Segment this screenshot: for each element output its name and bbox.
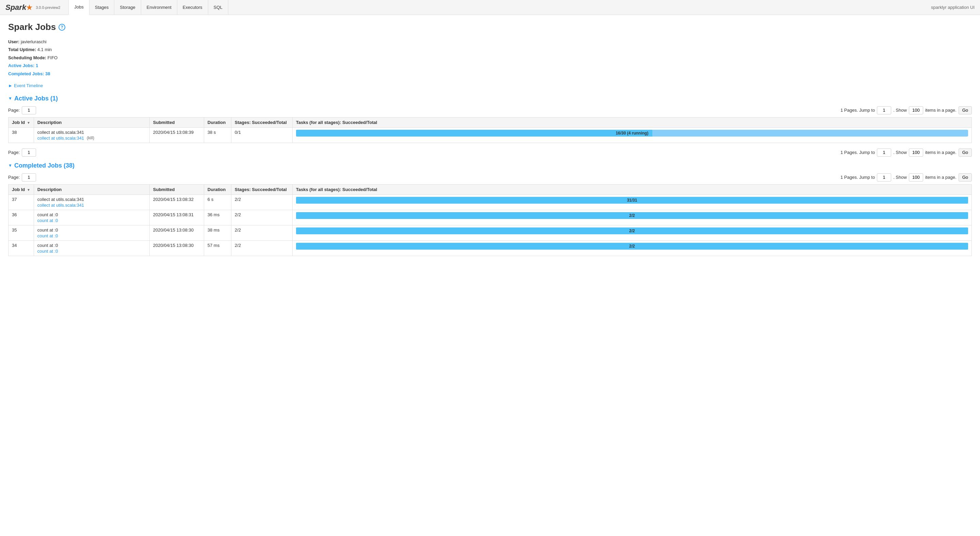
duration-cell: 6 s bbox=[204, 195, 231, 210]
completed-jobs-header[interactable]: ▼ Completed Jobs (38) bbox=[8, 162, 972, 169]
job-id-cell: 37 bbox=[8, 195, 34, 210]
active-jobs-title: Active Jobs (1) bbox=[14, 95, 58, 102]
table-row: 34 count at :0 count at :0 2020/04/15 13… bbox=[8, 241, 972, 256]
tasks-cell: 2/2 bbox=[292, 225, 972, 241]
table-row: 36 count at :0 count at :0 2020/04/15 13… bbox=[8, 210, 972, 225]
description-sub-link[interactable]: count at :0 bbox=[37, 218, 146, 223]
show-label-completed-top: . Show bbox=[893, 175, 907, 180]
th-submitted-active: Submitted bbox=[150, 117, 204, 128]
description-sub-link[interactable]: collect at utils.scala:341 bbox=[37, 203, 146, 208]
uptime-label: Total Uptime: bbox=[8, 47, 36, 52]
submitted-cell: 2020/04/15 13:08:30 bbox=[150, 225, 204, 241]
active-jobs-page-right: 1 Pages. Jump to . Show items in a page.… bbox=[840, 106, 972, 115]
user-label: User: bbox=[8, 39, 19, 44]
submitted-cell: 2020/04/15 13:08:32 bbox=[150, 195, 204, 210]
show-input-active-bottom[interactable] bbox=[909, 148, 923, 156]
completed-jobs-title: Completed Jobs (38) bbox=[14, 162, 75, 169]
chevron-down-icon: ▼ bbox=[8, 96, 12, 101]
description-cell: collect at utils.scala:341 collect at ut… bbox=[34, 195, 150, 210]
active-jobs-page-left-bottom: Page: bbox=[8, 148, 36, 156]
tasks-cell: 31/31 bbox=[292, 195, 972, 210]
completed-jobs-section: ▼ Completed Jobs (38) Page: 1 Pages. Jum… bbox=[8, 162, 972, 256]
completed-jobs-link[interactable]: Completed Jobs: 38 bbox=[8, 71, 50, 76]
jump-input-active-bottom[interactable] bbox=[877, 148, 891, 156]
table-row: 35 count at :0 count at :0 2020/04/15 13… bbox=[8, 225, 972, 241]
completed-jobs-table-body: 37 collect at utils.scala:341 collect at… bbox=[8, 195, 972, 256]
scheduling-label: Scheduling Mode: bbox=[8, 55, 46, 60]
active-jobs-page-left: Page: bbox=[8, 106, 36, 115]
active-jobs-table-head: Job Id ▼ Description Submitted Duration … bbox=[8, 117, 972, 128]
show-input-active-top[interactable] bbox=[909, 106, 923, 115]
spark-star-icon: ★ bbox=[26, 4, 32, 11]
th-stages-completed: Stages: Succeeded/Total bbox=[231, 184, 292, 195]
description-cell: count at :0 count at :0 bbox=[34, 225, 150, 241]
sort-icon-active: ▼ bbox=[27, 121, 30, 124]
active-jobs-table-body: 38 collect at utils.scala:341 collect at… bbox=[8, 128, 972, 143]
page-input-active-top[interactable] bbox=[22, 106, 36, 115]
th-job-id-active[interactable]: Job Id ▼ bbox=[8, 117, 34, 128]
th-duration-active: Duration bbox=[204, 117, 231, 128]
brand: Spark★ 3.0.0-preview2 bbox=[5, 4, 60, 11]
submitted-cell: 2020/04/15 13:08:39 bbox=[150, 128, 204, 143]
description-main: count at :0 bbox=[37, 228, 146, 233]
job-id-cell: 38 bbox=[8, 128, 34, 143]
stages-cell: 2/2 bbox=[231, 195, 292, 210]
go-button-active-bottom[interactable]: Go bbox=[959, 148, 972, 156]
submitted-cell: 2020/04/15 13:08:31 bbox=[150, 210, 204, 225]
description-cell: count at :0 count at :0 bbox=[34, 210, 150, 225]
description-main: collect at utils.scala:341 bbox=[37, 197, 146, 202]
page-title-text: Spark Jobs bbox=[8, 22, 56, 32]
items-label-active-bottom: items in a page. bbox=[925, 150, 956, 155]
nav-sql[interactable]: SQL bbox=[208, 0, 228, 15]
uptime-row: Total Uptime: 4.1 min bbox=[8, 46, 972, 53]
page-input-completed-top[interactable] bbox=[22, 173, 36, 182]
nav-executors[interactable]: Executors bbox=[177, 0, 208, 15]
nav-storage[interactable]: Storage bbox=[115, 0, 141, 15]
th-tasks-completed: Tasks (for all stages): Succeeded/Total bbox=[292, 184, 972, 195]
show-label-active-top: . Show bbox=[893, 108, 907, 113]
description-main: count at :0 bbox=[37, 212, 146, 217]
go-button-completed-top[interactable]: Go bbox=[959, 173, 972, 182]
page-input-active-bottom[interactable] bbox=[22, 148, 36, 156]
jump-input-completed-top[interactable] bbox=[877, 173, 891, 182]
jump-input-active-top[interactable] bbox=[877, 106, 891, 115]
active-jobs-section: ▼ Active Jobs (1) Page: 1 Pages. Jump to… bbox=[8, 95, 972, 156]
tasks-label: 2/2 bbox=[629, 244, 635, 249]
tasks-cell: 2/2 bbox=[292, 241, 972, 256]
uptime-value: 4.1 min bbox=[37, 47, 52, 52]
items-label-completed-top: items in a page. bbox=[925, 175, 956, 180]
duration-cell: 38 ms bbox=[204, 225, 231, 241]
show-input-completed-top[interactable] bbox=[909, 173, 923, 182]
duration-cell: 57 ms bbox=[204, 241, 231, 256]
items-label-active-top: items in a page. bbox=[925, 108, 956, 113]
job-id-cell: 35 bbox=[8, 225, 34, 241]
description-sub-link[interactable]: count at :0 bbox=[37, 249, 146, 254]
navbar: Spark★ 3.0.0-preview2 Jobs Stages Storag… bbox=[0, 0, 980, 15]
th-tasks-active: Tasks (for all stages): Succeeded/Total bbox=[292, 117, 972, 128]
kill-link[interactable]: (kill) bbox=[87, 136, 94, 140]
page-label-completed-top: Page: bbox=[8, 175, 20, 180]
description-sub-link[interactable]: count at :0 bbox=[37, 233, 146, 238]
active-jobs-header[interactable]: ▼ Active Jobs (1) bbox=[8, 95, 972, 102]
completed-jobs-table: Job Id ▼ Description Submitted Duration … bbox=[8, 184, 972, 256]
active-jobs-pagination-bottom: Page: 1 Pages. Jump to . Show items in a… bbox=[8, 148, 972, 156]
description-sub-link[interactable]: collect at utils.scala:341 bbox=[37, 136, 84, 140]
go-button-active-top[interactable]: Go bbox=[959, 106, 972, 115]
spark-logo: Spark★ 3.0.0-preview2 bbox=[5, 4, 60, 11]
th-job-id-completed[interactable]: Job Id ▼ bbox=[8, 184, 34, 195]
stages-cell: 2/2 bbox=[231, 241, 292, 256]
active-jobs-header-row: Job Id ▼ Description Submitted Duration … bbox=[8, 117, 972, 128]
help-badge[interactable]: ? bbox=[59, 24, 65, 31]
info-section: User: javierluraschi Total Uptime: 4.1 m… bbox=[8, 38, 972, 78]
th-duration-completed: Duration bbox=[204, 184, 231, 195]
duration-cell: 38 s bbox=[204, 128, 231, 143]
stages-cell: 2/2 bbox=[231, 225, 292, 241]
completed-jobs-page-left: Page: bbox=[8, 173, 36, 182]
chevron-down-icon-completed: ▼ bbox=[8, 163, 12, 168]
active-jobs-link[interactable]: Active Jobs: 1 bbox=[8, 63, 38, 68]
nav-environment[interactable]: Environment bbox=[141, 0, 177, 15]
nav-stages[interactable]: Stages bbox=[89, 0, 115, 15]
event-timeline[interactable]: ► Event Timeline bbox=[8, 83, 972, 88]
nav-jobs[interactable]: Jobs bbox=[68, 0, 89, 15]
scheduling-row: Scheduling Mode: FIFO bbox=[8, 54, 972, 62]
